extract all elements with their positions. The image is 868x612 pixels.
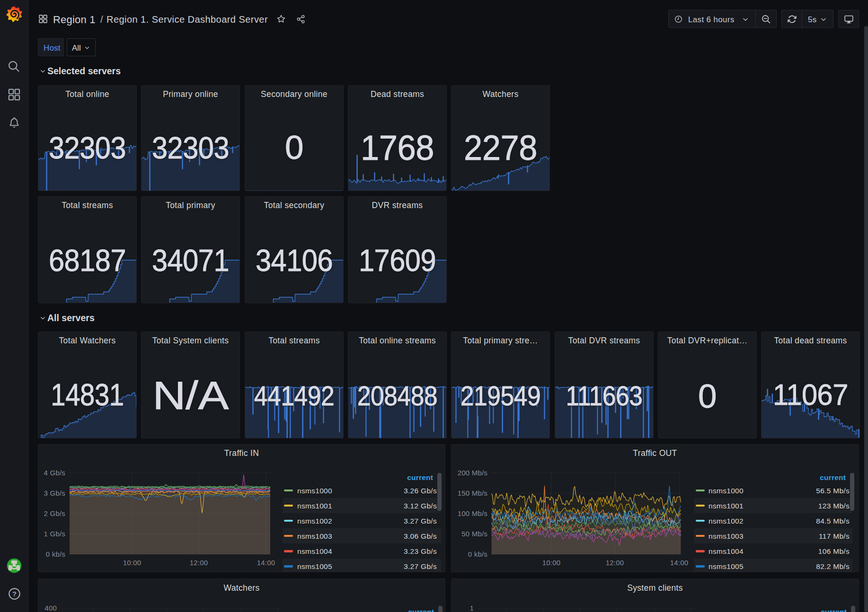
svg-text:?: ? [12, 590, 17, 598]
